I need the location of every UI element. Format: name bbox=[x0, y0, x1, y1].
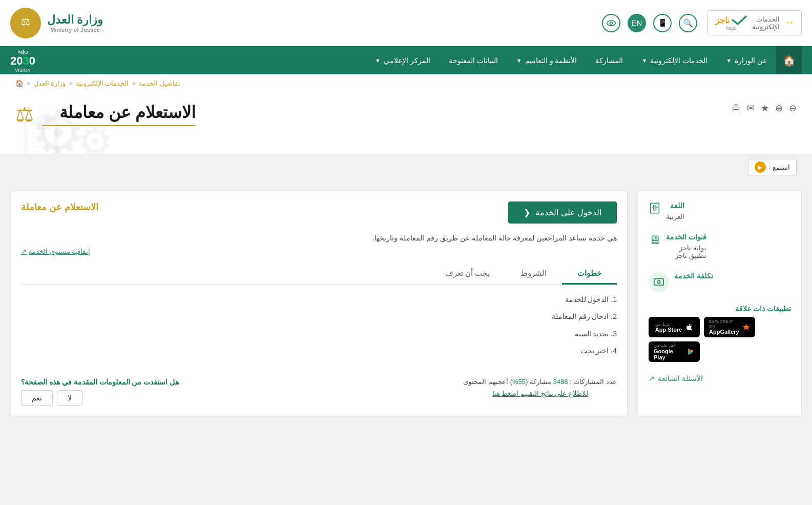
nav-item-regulations[interactable]: الأنظمة و التعاميم ▼ bbox=[507, 46, 587, 74]
faq-label: الأسئلة الشائعة bbox=[658, 374, 703, 382]
participation-area: عدد المشاركات : 3488 مشاركة (55%) أعجبهم… bbox=[463, 378, 617, 397]
step-3: 3. تحديد السنة bbox=[21, 328, 617, 340]
feedback-right: هل استفدت من المعلومات المقدمة في هذه ال… bbox=[21, 378, 179, 406]
header-right: → الخدماتالإلكترونية ناجز najiz 🔍 📱 EN bbox=[602, 10, 802, 35]
sidebar-faq[interactable]: الأسئلة الشائعة ↗ bbox=[649, 374, 791, 382]
nav-label-participation: المشاركة bbox=[595, 56, 623, 65]
svg-marker-8 bbox=[743, 324, 749, 330]
language-text: اللغة العربية bbox=[666, 201, 684, 220]
nav-item-eservices[interactable]: الخدمات الإلكترونية ▼ bbox=[632, 46, 717, 74]
moj-subtitle: Ministry of Justice bbox=[47, 27, 103, 33]
nav-item-media[interactable]: المركز الإعلامي ▼ bbox=[366, 46, 440, 74]
nav-item-participation[interactable]: المشاركة bbox=[586, 46, 632, 74]
tab-conditions[interactable]: الشروط bbox=[505, 264, 562, 285]
language-button[interactable]: EN bbox=[628, 14, 646, 32]
nav-label-regulations: الأنظمة و التعاميم bbox=[525, 56, 577, 65]
breadcrumb-eservices-link[interactable]: الخدمات الإلكترونية bbox=[76, 79, 129, 87]
service-main-title: الاستعلام عن معاملة bbox=[21, 201, 98, 213]
accessibility-button[interactable] bbox=[602, 14, 620, 32]
text-tools-area: ⊖ ⊕ ★ ✉ 🖶 bbox=[732, 103, 797, 114]
hajiz-arrow-icon: → bbox=[785, 17, 794, 28]
yes-button[interactable]: نعم bbox=[21, 390, 53, 406]
apple-icon bbox=[685, 323, 693, 331]
sla-link[interactable]: إتفاقية مستوى الخدمة ↗ bbox=[21, 248, 617, 255]
step-2: 2. ادخال رقم المعاملة bbox=[21, 310, 617, 323]
hajiz-box[interactable]: → الخدماتالإلكترونية ناجز najiz bbox=[707, 10, 802, 35]
language-icon: 🈂 bbox=[649, 201, 661, 216]
service-title-right: الاستعلام عن معاملة bbox=[21, 201, 98, 217]
moj-emblem: ⚖ bbox=[10, 8, 41, 38]
breadcrumb-home-link[interactable]: 🏠 bbox=[15, 79, 24, 87]
nav-item-opendata[interactable]: البيانات المفتوحة bbox=[440, 46, 507, 74]
checkmark-icon bbox=[732, 15, 747, 25]
chevron-down-icon-2: ▼ bbox=[641, 57, 647, 64]
vision-sublabel: VISION bbox=[10, 68, 35, 73]
language-value: العربية bbox=[666, 213, 684, 220]
svg-point-5 bbox=[657, 280, 660, 284]
sidebar-language: اللغة العربية 🈂 bbox=[649, 201, 791, 220]
share-icon[interactable]: ✉ bbox=[747, 103, 755, 114]
cost-row: تكلفة الخدمة bbox=[649, 272, 791, 292]
cost-icon bbox=[649, 272, 669, 292]
moj-emblem-icon: ⚖ bbox=[13, 9, 38, 37]
eye-icon bbox=[606, 18, 616, 28]
sidebar-channels: قنوات الخدمة بوابة ناجز تطبيق ناجز 🖥 bbox=[649, 233, 791, 259]
star-icon[interactable]: ★ bbox=[761, 103, 769, 114]
no-button[interactable]: لا bbox=[57, 390, 82, 406]
language-title: اللغة bbox=[666, 201, 684, 210]
listen-bar: استمع ▶ bbox=[0, 154, 812, 180]
channel-item-2: تطبيق ناجز bbox=[666, 252, 706, 259]
nav-home-button[interactable]: 🏠 bbox=[776, 46, 802, 74]
gear-icon-bg2: ⚙ bbox=[77, 118, 114, 154]
print-icon[interactable]: 🖶 bbox=[732, 103, 741, 114]
vision-box: رؤية 2030 VISION bbox=[10, 47, 35, 74]
nav-label-media: المركز الإعلامي bbox=[384, 56, 430, 65]
tab-mustknow[interactable]: يجب أن تعرف bbox=[430, 264, 505, 285]
app-badges: EXPLORE IT ON AppGallery تنزيل من App St… bbox=[649, 317, 791, 362]
view-results-link[interactable]: للاطلاع على نتائج التقييم اضغط هنا bbox=[463, 390, 617, 397]
appgallery-badge[interactable]: EXPLORE IT ON AppGallery bbox=[704, 317, 755, 337]
sep-2: < bbox=[69, 79, 73, 87]
appstore-label: تنزيل من App Store bbox=[655, 322, 682, 333]
googleplay-icon bbox=[687, 348, 695, 356]
search-button[interactable]: 🔍 bbox=[679, 14, 697, 32]
appgallery-icon bbox=[742, 322, 750, 332]
chevron-down-icon-4: ▼ bbox=[375, 57, 381, 64]
text-tools: ⊖ ⊕ ★ ✉ 🖶 bbox=[732, 103, 797, 114]
tab-steps[interactable]: خطوات bbox=[562, 264, 617, 285]
channels-row: قنوات الخدمة بوابة ناجز تطبيق ناجز 🖥 bbox=[649, 233, 791, 259]
nav-label-ministry: عن الوزارة bbox=[735, 56, 767, 65]
hajiz-label: الخدماتالإلكترونية bbox=[752, 15, 780, 31]
enter-service-button[interactable]: الدخول على الخدمة ❮ bbox=[508, 201, 617, 224]
feedback-buttons: لا نعم bbox=[21, 390, 179, 406]
sidebar-cost: تكلفة الخدمة bbox=[649, 272, 791, 292]
language-row: اللغة العربية 🈂 bbox=[649, 201, 791, 220]
svg-rect-4 bbox=[654, 279, 663, 286]
listen-button[interactable]: استمع ▶ bbox=[748, 159, 797, 175]
moj-title-ar: وزارة العدل bbox=[47, 13, 103, 27]
plus-icon[interactable]: ⊕ bbox=[775, 103, 783, 114]
channel-item-1: بوابة ناجز bbox=[666, 244, 706, 252]
doc-icon-bg: 📋 bbox=[15, 113, 67, 154]
vision-label: رؤية bbox=[10, 47, 35, 54]
tabs-bar: خطوات الشروط يجب أن تعرف bbox=[21, 264, 617, 285]
enter-btn-icon: ❮ bbox=[524, 208, 530, 217]
faq-link[interactable]: الأسئلة الشائعة ↗ bbox=[649, 374, 791, 382]
service-card: الدخول على الخدمة ❮ الاستعلام عن معاملة … bbox=[10, 191, 628, 416]
channels-icon: 🖥 bbox=[649, 233, 661, 247]
listen-play-icon[interactable]: ▶ bbox=[755, 161, 766, 173]
top-header: → الخدماتالإلكترونية ناجز najiz 🔍 📱 EN bbox=[0, 0, 812, 46]
minus-icon[interactable]: ⊖ bbox=[789, 103, 797, 114]
cost-text: تكلفة الخدمة bbox=[674, 272, 713, 283]
googleplay-badge[interactable]: أعثر عليه في Google Play bbox=[649, 341, 700, 362]
appstore-badge[interactable]: تنزيل من App Store bbox=[649, 317, 700, 337]
channels-title: قنوات الخدمة bbox=[666, 233, 706, 241]
participation-info: عدد المشاركات : 3488 مشاركة (55%) أعجبهم… bbox=[463, 378, 617, 386]
mobile-button[interactable]: 📱 bbox=[653, 14, 672, 32]
service-description: هي خدمة تساعد المراجعين لمعرفة حالة المع… bbox=[21, 232, 617, 245]
breadcrumb-ministry-link[interactable]: وزارة العدل bbox=[34, 79, 66, 87]
sidebar-apps: تطبيقات ذات علاقة EXPLORE IT ON AppGalle… bbox=[649, 305, 791, 362]
breadcrumb-detail-link[interactable]: تفاصيل الخدمة bbox=[139, 79, 180, 87]
enter-service-label: الدخول على الخدمة bbox=[535, 208, 601, 217]
nav-item-ministry[interactable]: عن الوزارة ▼ bbox=[717, 46, 776, 74]
